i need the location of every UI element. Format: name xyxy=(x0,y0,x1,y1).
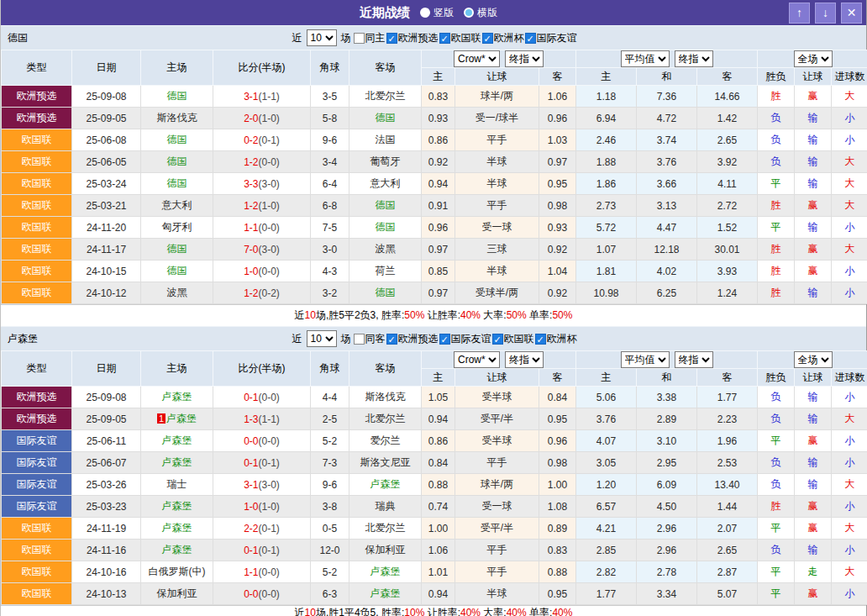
result-cell: 输 xyxy=(795,540,832,561)
league-checkbox[interactable]: ✓ xyxy=(482,33,493,44)
handicap-odds-cell: 1.03 xyxy=(539,129,576,151)
league-checkbox[interactable]: ✓ xyxy=(386,33,397,44)
result-cell: 平 xyxy=(758,430,795,452)
index-type-select[interactable]: 终指 xyxy=(505,351,544,368)
column-subheader: 胜负 xyxy=(758,369,795,387)
average-odds-cell: 4.07 xyxy=(576,430,637,452)
scope-select[interactable]: 全场 xyxy=(794,50,833,67)
result-cell: 输 xyxy=(795,151,832,173)
match-date-cell: 25-03-26 xyxy=(72,474,141,496)
summary-text: 40% xyxy=(460,607,481,616)
table-row: 国际友谊25-03-26瑞士3-1(3-0)9-6卢森堡0.88球半/两1.00… xyxy=(2,474,867,496)
bookmaker-select[interactable]: Crow* xyxy=(454,351,500,368)
away-team-name: 北爱尔兰 xyxy=(365,413,406,424)
league-checkbox[interactable]: ✓ xyxy=(535,334,546,345)
handicap-odds-cell: 1.05 xyxy=(422,387,455,408)
corners-cell: 5-8 xyxy=(311,108,349,129)
summary-text: 场,胜1平4负5, 胜率: xyxy=(316,607,404,616)
result-cell: 大 xyxy=(832,239,867,261)
result-cell: 负 xyxy=(758,387,795,408)
halftime-score: (3-0) xyxy=(259,178,280,190)
result-cell: 大 xyxy=(832,151,867,173)
match-date-cell: 24-11-16 xyxy=(72,540,141,561)
average-odds-cell: 4.11 xyxy=(697,173,758,195)
average-select[interactable]: 平均值 xyxy=(621,50,670,67)
column-subheader: 主 xyxy=(422,369,455,387)
average-odds-cell: 1.52 xyxy=(697,217,758,239)
match-date-cell: 24-10-16 xyxy=(72,561,141,583)
average-odds-cell: 1.81 xyxy=(576,261,637,282)
handicap-odds-cell: 0.94 xyxy=(422,583,455,605)
column-subheader: 进球数 xyxy=(832,68,867,86)
same-venue-checkbox[interactable] xyxy=(354,33,365,44)
match-type-cell: 欧国联 xyxy=(2,195,72,217)
team-sections: 德国近10场同主✓欧洲预选✓欧国联✓欧洲杯✓国际友谊类型日期主场比分(半场)角球… xyxy=(1,25,866,616)
match-date-cell: 24-11-19 xyxy=(72,518,141,540)
match-date-cell: 24-10-15 xyxy=(72,261,141,282)
home-team-cell: 德国 xyxy=(141,86,213,108)
filter-controls: 近10场同主✓欧洲预选✓欧国联✓欧洲杯✓国际友谊 xyxy=(290,29,578,46)
table-row: 欧洲预选25-09-051卢森堡1-3(1-1)2-5北爱尔兰0.94受平/半0… xyxy=(2,408,867,430)
away-team-name: 法国 xyxy=(376,134,396,145)
match-date-cell: 24-11-17 xyxy=(72,239,141,261)
score-cell: 3-1(1-1) xyxy=(213,86,311,108)
average-odds-cell: 2.85 xyxy=(576,540,637,561)
section-summary: 近10场,胜1平4负5, 胜率:10% 让胜率:40% 大率:40% 单率:40… xyxy=(1,605,866,616)
radio-vertical-label: 竖版 xyxy=(434,6,454,20)
halftime-score: (3-0) xyxy=(259,479,280,491)
close-button[interactable]: ✕ xyxy=(841,3,862,24)
handicap-odds-cell: 0.92 xyxy=(422,151,455,173)
handicap-odds-cell: 1.00 xyxy=(539,474,576,496)
index-type-select[interactable]: 终指 xyxy=(675,351,713,368)
column-subheader: 客 xyxy=(539,68,576,86)
score-cell: 1-3(1-1) xyxy=(213,408,311,430)
result-cell: 胜 xyxy=(758,86,795,108)
recent-games-select[interactable]: 10 xyxy=(307,29,337,46)
league-checkbox[interactable]: ✓ xyxy=(439,334,450,345)
fulltime-score: 3-1 xyxy=(244,479,258,491)
index-type-select[interactable]: 终指 xyxy=(675,50,713,67)
index-type-select[interactable]: 终指 xyxy=(505,50,544,67)
league-checkbox[interactable]: ✓ xyxy=(492,334,503,345)
away-team-cell: 北爱尔兰 xyxy=(349,518,422,540)
scroll-up-button[interactable]: ↑ xyxy=(789,3,810,24)
layout-radio-vertical[interactable]: 竖版 xyxy=(420,6,454,20)
average-odds-cell: 3.74 xyxy=(637,129,697,151)
match-date-cell: 25-06-08 xyxy=(72,129,141,151)
league-label: 欧国联 xyxy=(504,332,534,346)
halftime-score: (0-1) xyxy=(259,545,280,556)
away-team-cell: 法国 xyxy=(349,129,422,151)
home-team-name: 卢森堡 xyxy=(162,544,192,555)
league-checkbox[interactable]: ✓ xyxy=(386,334,397,345)
away-team-name: 北爱尔兰 xyxy=(365,90,406,102)
away-team-cell: 德国 xyxy=(349,282,422,304)
average-odds-cell: 14.66 xyxy=(697,86,758,108)
scope-select[interactable]: 全场 xyxy=(794,351,833,368)
away-team-name: 保加利亚 xyxy=(365,544,406,555)
away-team-name: 斯洛文尼亚 xyxy=(360,456,411,468)
same-venue-checkbox[interactable] xyxy=(354,334,365,345)
result-cell: 小 xyxy=(832,261,867,282)
result-cell: 负 xyxy=(758,452,795,474)
recent-games-select[interactable]: 10 xyxy=(307,330,337,347)
summary-text: 大率: xyxy=(481,607,507,616)
league-checkbox[interactable]: ✓ xyxy=(525,33,536,44)
average-select[interactable]: 平均值 xyxy=(621,351,670,368)
home-team-cell: 德国 xyxy=(141,151,213,173)
match-date-cell: 25-06-07 xyxy=(72,452,141,474)
bookmaker-select[interactable]: Crow* xyxy=(454,50,500,67)
average-odds-cell: 5.72 xyxy=(576,217,637,239)
layout-radio-horizontal[interactable]: 横版 xyxy=(464,6,497,20)
score-cell: 1-0(1-0) xyxy=(213,496,311,518)
handicap-odds-cell: 1.06 xyxy=(539,86,576,108)
league-checkbox[interactable]: ✓ xyxy=(439,33,450,44)
match-date-cell: 25-09-08 xyxy=(72,387,141,408)
result-cell: 赢 xyxy=(795,195,832,217)
match-date-cell: 25-06-05 xyxy=(72,151,141,173)
score-cell: 0-2(0-1) xyxy=(213,129,311,151)
scroll-down-button[interactable]: ↓ xyxy=(815,3,836,24)
corners-cell: 3-5 xyxy=(311,86,349,108)
same-venue-label: 同主 xyxy=(365,31,386,45)
match-type-cell: 欧洲预选 xyxy=(2,387,72,408)
halftime-score: (1-0) xyxy=(259,113,280,124)
